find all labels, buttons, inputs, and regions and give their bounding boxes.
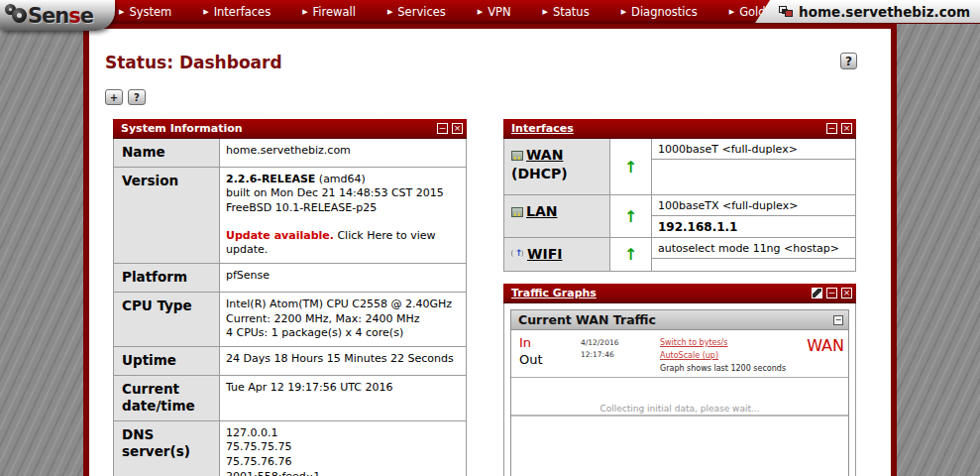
right-column: Interfaces − × WAN(DHCP)↑1000baseT <full… — [503, 119, 856, 476]
close-icon[interactable]: × — [841, 123, 852, 134]
nav-item-label: Diagnostics — [631, 5, 698, 19]
interface-link-wan[interactable]: WAN — [526, 147, 563, 163]
left-column: System Information − × Namehome.servethe… — [113, 119, 467, 476]
interface-value-line — [652, 258, 855, 271]
value-line: Update available. Click Here to view upd… — [226, 229, 460, 258]
switch-to-bytes-link[interactable]: Switch to bytes/s — [660, 337, 807, 350]
page-title: Status: Dashboard — [105, 53, 282, 72]
interface-link-wifi[interactable]: WIFI — [527, 246, 562, 262]
panel-title-link[interactable]: Interfaces — [511, 122, 822, 135]
top-nav: Sense ▶System▶Interfaces▶Firewall▶Servic… — [0, 0, 980, 24]
value-line: 75.75.76.76 — [226, 455, 460, 470]
nav-item-status[interactable]: ▶Status — [543, 5, 590, 19]
panel-title-link[interactable]: Traffic Graphs — [511, 287, 808, 299]
interface-value-line: 100baseTX <full-duplex> — [652, 195, 855, 215]
add-widget-button[interactable]: + — [105, 89, 123, 105]
close-icon[interactable]: × — [452, 123, 463, 134]
graph-time: 12:17:46 — [581, 349, 660, 361]
traffic-graphs-body: Current WAN Traffic − In Out 4/12/2016 1… — [503, 303, 856, 476]
text-segment: Intel(R) Atom(TM) CPU C2558 @ 2.40GHz — [226, 298, 452, 310]
row-label: CPU Type — [114, 293, 220, 346]
minimize-icon[interactable]: − — [826, 288, 837, 298]
gear-icon — [12, 8, 27, 23]
text-segment: pfSense — [226, 269, 270, 282]
wifi-beam: ↑ — [515, 248, 523, 259]
value-line: 127.0.0.1 — [226, 426, 460, 441]
row-value: Intel(R) Atom(TM) CPU C2558 @ 2.40GHzCur… — [220, 293, 466, 346]
graph-options: Switch to bytes/s AutoScale (up) Graph s… — [660, 335, 807, 375]
hostname-tab: home.servethebiz.com — [755, 0, 980, 23]
graph-date: 4/12/2016 — [581, 337, 660, 349]
table-row: PlatformpfSense — [114, 263, 466, 292]
hostname-label: home.servethebiz.com — [799, 4, 970, 20]
nav-item-services[interactable]: ▶Services — [387, 5, 446, 19]
nav-item-label: VPN — [488, 5, 510, 19]
nav-item-firewall[interactable]: ▶Firewall — [302, 5, 356, 19]
row-label: Name — [114, 139, 220, 167]
value-line — [226, 216, 460, 229]
network-icon — [779, 6, 793, 17]
graph-note: Graph shows last 1200 seconds — [660, 363, 807, 376]
menu-arrow-icon: ▶ — [203, 9, 208, 16]
text-segment: 2.2.6-RELEASE — [226, 173, 315, 185]
graph-status-message: Collecting initial data, please wait... — [511, 404, 848, 414]
interface-link-lan[interactable]: LAN — [526, 203, 557, 219]
nav-item-label: Status — [553, 5, 590, 19]
minimize-icon[interactable]: − — [833, 315, 843, 325]
page-header: Status: Dashboard ? — [89, 29, 891, 72]
text-segment: built on Mon Dec 21 14:48:53 CST 2015 — [226, 186, 444, 199]
interface-row-lan: LAN↑100baseTX <full-duplex>192.168.1.1 — [504, 194, 855, 237]
interface-name-cell: WAN(DHCP) — [504, 139, 610, 194]
nav-item-system[interactable]: ▶System — [119, 5, 171, 19]
content-area: Status: Dashboard ? + ? System Informati… — [83, 24, 897, 476]
row-label: Version — [114, 168, 220, 264]
nav-menu: ▶System▶Interfaces▶Firewall▶Services▶VPN… — [119, 0, 833, 24]
pfsense-logo[interactable]: Sense — [0, 0, 115, 31]
graph-info-bar: In Out 4/12/2016 12:17:46 Switch to byte… — [511, 330, 848, 378]
value-line: 2001:558:feed::1 — [226, 470, 460, 476]
nav-item-label: Interfaces — [214, 5, 271, 19]
text-segment: Current: 2200 MHz, Max: 2400 MHz — [226, 312, 420, 325]
value-line: home.servethebiz.com — [226, 144, 460, 159]
row-value: Tue Apr 12 19:17:56 UTC 2016 — [220, 376, 466, 420]
interfaces-header: Interfaces − × — [503, 119, 856, 139]
minimize-icon[interactable]: − — [826, 123, 837, 134]
nav-item-vpn[interactable]: ▶VPN — [478, 5, 511, 19]
text-segment: 24 Days 18 Hours 15 Minutes 22 Seconds — [226, 352, 454, 365]
minimize-icon[interactable]: − — [437, 123, 448, 134]
wan-traffic-subheader: Current WAN Traffic − — [511, 310, 848, 330]
menu-arrow-icon: ▶ — [302, 9, 307, 16]
menu-arrow-icon: ▶ — [621, 9, 626, 16]
graph-interface-label: WAN — [807, 335, 844, 375]
interface-value-cell: 1000baseT <full-duplex> — [652, 139, 855, 194]
row-label: DNS server(s) — [114, 421, 220, 476]
row-value: 24 Days 18 Hours 15 Minutes 22 Seconds — [220, 347, 466, 375]
autoscale-link[interactable]: AutoScale (up) — [660, 350, 807, 363]
value-line: Tue Apr 12 19:17:56 UTC 2016 — [226, 381, 460, 396]
nav-item-diagnostics[interactable]: ▶Diagnostics — [621, 5, 698, 19]
settings-icon[interactable] — [812, 288, 822, 298]
text-segment: home.servethebiz.com — [226, 144, 351, 157]
text-segment: (amd64) — [315, 173, 366, 185]
close-icon[interactable]: × — [841, 288, 852, 298]
interface-row-wifi: ↑WIFI↑autoselect mode 11ng <hostap> — [504, 237, 855, 271]
text-segment: 2001:558:feed::1 — [226, 470, 320, 476]
value-line: 2.2.6-RELEASE (amd64) — [226, 173, 460, 187]
row-label: Current date/time — [114, 376, 220, 420]
menu-arrow-icon: ▶ — [543, 9, 548, 16]
text-segment: 75.75.75.75 — [226, 440, 291, 453]
nav-item-interfaces[interactable]: ▶Interfaces — [203, 5, 271, 19]
menu-arrow-icon: ▶ — [387, 9, 392, 16]
wifi-icon: ↑ — [511, 248, 524, 259]
traffic-graphs-header: Traffic Graphs − × — [503, 284, 856, 303]
system-information-panel: System Information − × Namehome.servethe… — [113, 119, 467, 476]
text-segment: Tue Apr 12 19:17:56 UTC 2016 — [226, 381, 393, 394]
graph-timestamp: 4/12/2016 12:17:46 — [581, 335, 660, 375]
widget-help-button[interactable]: ? — [128, 89, 146, 105]
value-line: 4 CPUs: 1 package(s) x 4 core(s) — [226, 326, 460, 341]
text-segment: 127.0.0.1 — [226, 426, 277, 439]
menu-arrow-icon: ▶ — [478, 9, 483, 16]
interface-value-line — [652, 159, 855, 194]
help-icon[interactable]: ? — [840, 53, 857, 69]
traffic-graph-plot: Collecting initial data, please wait... — [511, 378, 848, 476]
